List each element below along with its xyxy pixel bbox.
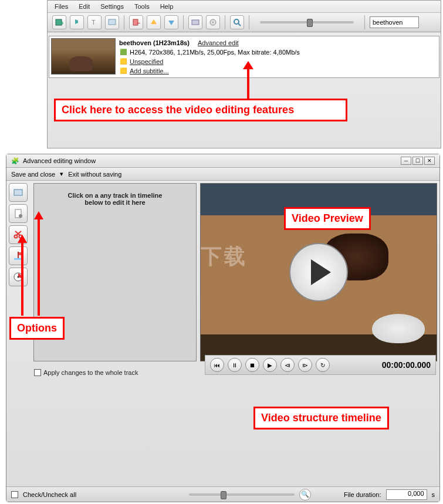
action-bar: Save and close ▾ Exit without saving <box>6 168 439 181</box>
search-input[interactable] <box>370 16 419 28</box>
step-fwd-button[interactable]: ⧐ <box>298 358 312 372</box>
svg-point-9 <box>234 19 239 24</box>
timecode: 00:00:00.000 <box>382 360 431 370</box>
menu-edit[interactable]: Edit <box>79 3 90 10</box>
zoom-icon[interactable]: 🔍 <box>299 489 311 500</box>
step-back-button[interactable]: ⧏ <box>280 358 295 372</box>
svg-rect-3 <box>109 19 116 25</box>
status-bar: Check/Uncheck all 🔍 File duration: 0,000… <box>6 486 439 502</box>
file-duration-value: 0,000 <box>386 489 427 500</box>
file-thumbnail <box>51 38 116 75</box>
burn-button[interactable] <box>206 15 220 29</box>
annotation-access: Click here to access the video editing f… <box>54 99 347 121</box>
svg-text:−: − <box>137 19 140 26</box>
check-all-label: Check/Uncheck all <box>23 491 76 498</box>
play-overlay-button[interactable] <box>289 243 348 302</box>
remove-button[interactable]: − <box>129 15 143 29</box>
svg-point-8 <box>212 22 214 23</box>
video-icon: 🟩 <box>119 48 127 56</box>
add-text-button[interactable]: T <box>87 15 102 29</box>
opt-page-button[interactable] <box>9 204 28 223</box>
minimize-button[interactable]: ─ <box>401 157 411 165</box>
file-title: beethoven (1H23m18s) <box>119 38 190 48</box>
svg-text:+: + <box>60 19 63 26</box>
add-file-button[interactable]: + <box>52 15 66 29</box>
opt-image-button[interactable] <box>9 183 28 202</box>
subtitle-icon: 🟨 <box>119 67 127 75</box>
stop-button[interactable]: ⏹ <box>245 358 259 372</box>
maximize-button[interactable]: ☐ <box>412 157 423 165</box>
app-icon: 🧩 <box>11 157 19 165</box>
check-all-checkbox[interactable] <box>11 491 18 498</box>
menu-help[interactable]: Help <box>160 3 174 10</box>
annotation-options: Options <box>9 317 65 340</box>
file-duration-label: File duration: <box>344 491 381 498</box>
svg-point-14 <box>19 214 22 218</box>
zoom-slider-bottom[interactable] <box>189 493 295 496</box>
apply-checkbox[interactable] <box>34 369 41 376</box>
add-image-button[interactable] <box>105 15 119 29</box>
svg-line-10 <box>238 23 241 26</box>
prev-button[interactable]: ⏮ <box>210 358 224 372</box>
window-title: Advanced editing window <box>23 157 96 164</box>
watermark: 安下载 <box>200 242 248 271</box>
svg-text:T: T <box>92 19 96 26</box>
menu-files[interactable]: Files <box>55 3 68 10</box>
panel-hint-2: below to edit it here <box>39 199 191 206</box>
close-button[interactable]: ✕ <box>424 157 435 165</box>
window-titlebar: 🧩 Advanced editing window ─ ☐ ✕ <box>6 154 439 168</box>
move-up-button[interactable] <box>147 15 161 29</box>
annotation-preview: Video Preview <box>284 207 371 230</box>
main-toolbar: + T − <box>48 13 441 32</box>
menubar: Files Edit Settings Tools Help <box>48 1 441 13</box>
file-video-info: H264, 720x386, 1,21Mb/s, 25,00Fps, Max b… <box>130 48 300 57</box>
move-down-button[interactable] <box>164 15 178 29</box>
menu-settings[interactable]: Settings <box>100 3 124 10</box>
pause-button[interactable]: ⏸ <box>228 358 242 372</box>
loop-button[interactable]: ↻ <box>316 358 330 372</box>
file-subtitle-link[interactable]: Add subtitle... <box>130 66 169 76</box>
zoom-slider[interactable] <box>260 21 354 23</box>
preview-button[interactable] <box>230 15 244 29</box>
audio-icon: 🟨 <box>119 57 127 66</box>
svg-rect-6 <box>192 20 199 25</box>
annotation-timeline: Video structure timeline <box>253 407 389 429</box>
apply-label: Apply changes to the whole track <box>43 369 138 376</box>
advanced-edit-link[interactable]: Advanced edit <box>198 38 239 48</box>
menu-tools[interactable]: Tools <box>134 3 150 10</box>
panel-hint-1: Click on a any track in timeline <box>39 192 191 199</box>
exit-button[interactable]: Exit without saving <box>68 171 121 178</box>
file-audio-link[interactable]: Unspecified <box>130 57 163 66</box>
add-audio-button[interactable] <box>70 15 84 29</box>
save-close-button[interactable]: Save and close <box>11 171 55 178</box>
play-button[interactable]: ▶ <box>263 358 277 372</box>
svg-rect-12 <box>14 190 22 195</box>
file-duration-unit: s <box>432 491 435 498</box>
dropdown-icon[interactable]: ▾ <box>60 170 63 178</box>
settings-button[interactable] <box>188 15 202 29</box>
